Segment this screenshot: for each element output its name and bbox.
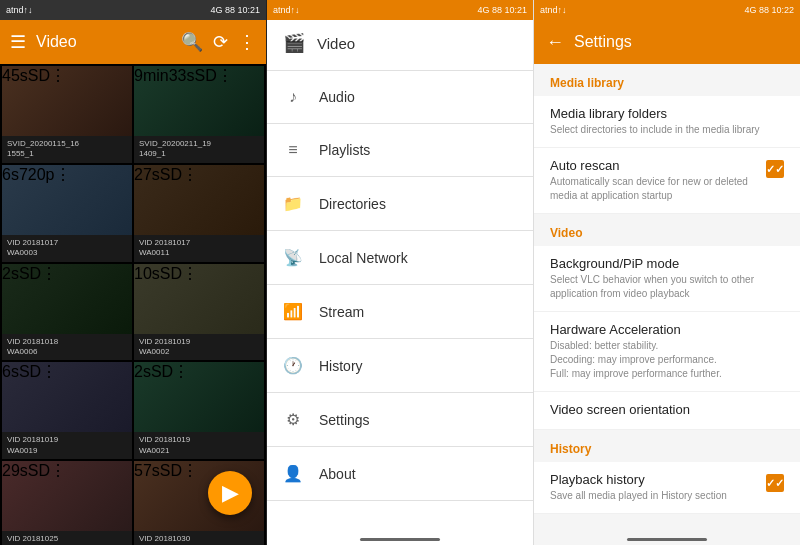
play-fab[interactable]: ▶ bbox=[208, 471, 252, 515]
quality-badge: SD bbox=[28, 67, 50, 84]
settings-item-video-screen-orientation[interactable]: Video screen orientation bbox=[534, 392, 800, 430]
video-item[interactable]: 6s720p⋮VID 20181017 WA0003 bbox=[2, 165, 132, 262]
panel1-video-list: atnd↑↓ 4G 88 10:21 ☰ Video 🔍 ⟳ ⋮ 45sSD⋮S… bbox=[0, 0, 267, 545]
duration-badge: 29s bbox=[2, 462, 28, 479]
video-more-button[interactable]: ⋮ bbox=[217, 67, 233, 84]
menu-header: 🎬 Video bbox=[267, 20, 533, 66]
more-icon[interactable]: ⋮ bbox=[238, 31, 256, 53]
menu-divider bbox=[267, 284, 533, 285]
menu-header-title: Video bbox=[317, 35, 355, 52]
directories-icon: 📁 bbox=[283, 194, 303, 213]
video-item[interactable]: 10sSD⋮VID 20181019 WA0002 bbox=[134, 264, 264, 361]
status-right-p1: 4G 88 10:21 bbox=[210, 5, 260, 15]
duration-badge: 27s bbox=[134, 166, 160, 183]
duration-badge: 2s bbox=[2, 265, 19, 282]
settings-content: Media libraryMedia library foldersSelect… bbox=[534, 64, 800, 534]
menu-item-audio[interactable]: ♪Audio bbox=[267, 75, 533, 119]
video-item[interactable]: 29sSD⋮VID 20181025 WA0015 bbox=[2, 461, 132, 545]
video-name: SVID_20200115_16 1555_1 bbox=[7, 139, 79, 160]
video-item[interactable]: 6sSD⋮VID 20181019 WA0019 bbox=[2, 362, 132, 459]
settings-title: Settings bbox=[574, 33, 632, 51]
duration-badge: 57s bbox=[134, 462, 160, 479]
status-bar-panel2: atnd↑↓ 4G 88 10:21 bbox=[267, 0, 533, 20]
settings-checkbox-playback-history[interactable]: ✓ bbox=[766, 474, 784, 492]
video-more-button[interactable]: ⋮ bbox=[182, 166, 198, 183]
video-item[interactable]: 2sSD⋮VID 20181018 WA0006 bbox=[2, 264, 132, 361]
settings-item-auto-rescan[interactable]: Auto rescanAutomatically scan device for… bbox=[534, 148, 800, 214]
directories-label: Directories bbox=[319, 196, 386, 212]
settings-item-media-library-folders[interactable]: Media library foldersSelect directories … bbox=[534, 96, 800, 148]
video-item[interactable]: 45sSD⋮SVID_20200115_16 1555_1 bbox=[2, 66, 132, 163]
video-more-button[interactable]: ⋮ bbox=[50, 67, 66, 84]
video-title: Video bbox=[36, 33, 171, 51]
video-more-button[interactable]: ⋮ bbox=[182, 462, 198, 479]
settings-section-header-video-section: Video bbox=[534, 214, 800, 246]
video-name: VID 20181019 WA0002 bbox=[139, 337, 190, 358]
settings-checkbox-auto-rescan[interactable]: ✓ bbox=[766, 160, 784, 178]
settings-item-background-pip[interactable]: Background/PiP modeSelect VLC behavior w… bbox=[534, 246, 800, 312]
menu-divider bbox=[267, 500, 533, 501]
status-left-p3: atnd↑↓ bbox=[540, 5, 567, 15]
settings-item-title-media-library-folders: Media library folders bbox=[550, 106, 784, 121]
panel3-settings: atnd↑↓ 4G 88 10:22 ← Settings Media libr… bbox=[534, 0, 800, 545]
settings-item-desc-hardware-acceleration: Disabled: better stability. Decoding: ma… bbox=[550, 339, 784, 381]
settings-item-playback-history[interactable]: Playback historySave all media played in… bbox=[534, 462, 800, 514]
video-more-button[interactable]: ⋮ bbox=[50, 462, 66, 479]
menu-item-playlists[interactable]: ≡Playlists bbox=[267, 128, 533, 172]
settings-item-desc-auto-rescan: Automatically scan device for new or del… bbox=[550, 175, 758, 203]
duration-badge: 6s bbox=[2, 166, 19, 183]
video-more-button[interactable]: ⋮ bbox=[173, 363, 189, 380]
video-item[interactable]: 27sSD⋮VID 20181017 WA0011 bbox=[134, 165, 264, 262]
menu-divider-top bbox=[267, 70, 533, 71]
menu-item-local-network[interactable]: 📡Local Network bbox=[267, 235, 533, 280]
settings-item-desc-background-pip: Select VLC behavior when you switch to o… bbox=[550, 273, 784, 301]
video-more-button[interactable]: ⋮ bbox=[55, 166, 71, 183]
status-left-p1: atnd↑↓ bbox=[6, 5, 33, 15]
video-more-button[interactable]: ⋮ bbox=[182, 265, 198, 282]
menu-item-directories[interactable]: 📁Directories bbox=[267, 181, 533, 226]
settings-item-hardware-acceleration[interactable]: Hardware AccelerationDisabled: better st… bbox=[534, 312, 800, 392]
video-name: VID 20181019 WA0019 bbox=[7, 435, 58, 456]
history-icon[interactable]: ⟳ bbox=[213, 31, 228, 53]
menu-icon[interactable]: ☰ bbox=[10, 31, 26, 53]
video-name: VID 20181017 WA0003 bbox=[7, 238, 58, 259]
settings-item-title-video-screen-orientation: Video screen orientation bbox=[550, 402, 784, 417]
local-network-icon: 📡 bbox=[283, 248, 303, 267]
menu-divider bbox=[267, 230, 533, 231]
menu-divider bbox=[267, 338, 533, 339]
menu-divider bbox=[267, 392, 533, 393]
menu-divider bbox=[267, 176, 533, 177]
menu-item-settings[interactable]: ⚙Settings bbox=[267, 397, 533, 442]
video-name: VID 20181025 WA0015 bbox=[7, 534, 58, 545]
search-icon[interactable]: 🔍 bbox=[181, 31, 203, 53]
back-icon[interactable]: ← bbox=[546, 32, 564, 53]
menu-item-about[interactable]: 👤About bbox=[267, 451, 533, 496]
settings-icon: ⚙ bbox=[283, 410, 303, 429]
video-more-button[interactable]: ⋮ bbox=[41, 265, 57, 282]
quality-badge: SD bbox=[151, 363, 173, 380]
video-more-button[interactable]: ⋮ bbox=[41, 363, 57, 380]
menu-divider bbox=[267, 446, 533, 447]
scrollbar-p3 bbox=[627, 538, 707, 541]
menu-items-list: ♪Audio≡Playlists📁Directories📡Local Netwo… bbox=[267, 75, 533, 534]
audio-icon: ♪ bbox=[283, 88, 303, 106]
quality-badge: SD bbox=[19, 265, 41, 282]
quality-badge: SD bbox=[160, 166, 182, 183]
menu-item-history[interactable]: 🕐History bbox=[267, 343, 533, 388]
video-name: VID 20181019 WA0021 bbox=[139, 435, 190, 456]
stream-label: Stream bbox=[319, 304, 364, 320]
settings-item-desc-playback-history: Save all media played in History section bbox=[550, 489, 758, 503]
menu-item-stream[interactable]: 📶Stream bbox=[267, 289, 533, 334]
video-item[interactable]: 2sSD⋮VID 20181019 WA0021 bbox=[134, 362, 264, 459]
duration-badge: 10s bbox=[134, 265, 160, 282]
settings-item-title-playback-history: Playback history bbox=[550, 472, 758, 487]
settings-label: Settings bbox=[319, 412, 370, 428]
video-name: VID 20181030 WA0000 bbox=[139, 534, 190, 545]
status-bar-panel1: atnd↑↓ 4G 88 10:21 bbox=[0, 0, 266, 20]
settings-item-title-background-pip: Background/PiP mode bbox=[550, 256, 784, 271]
video-name: VID 20181017 WA0011 bbox=[139, 238, 190, 259]
video-item[interactable]: 9min33sSD⋮SVID_20200211_19 1409_1 bbox=[134, 66, 264, 163]
playlists-icon: ≡ bbox=[283, 141, 303, 159]
settings-section-header-history-section: History bbox=[534, 430, 800, 462]
quality-badge: SD bbox=[160, 462, 182, 479]
